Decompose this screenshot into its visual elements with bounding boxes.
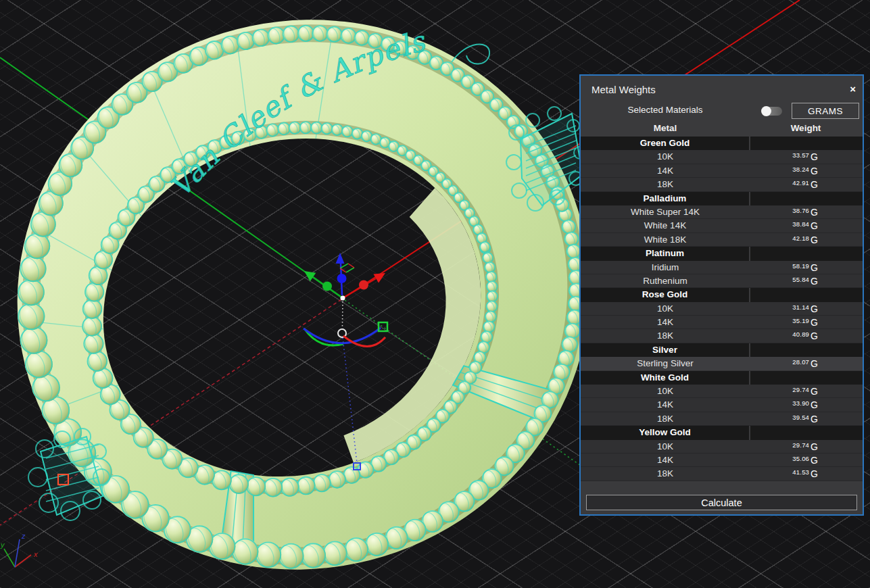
weight-unit: G [811,358,818,369]
metal-row[interactable]: 10K29.74G [581,440,863,454]
weight-unit: G [811,166,818,176]
metal-row[interactable]: Iridium58.19G [581,261,863,274]
weight-unit: G [811,414,818,424]
weight-value: 38.24 [792,166,809,173]
group-header-spacer [750,247,863,260]
weight-unit: G [811,262,818,273]
group-header-spacer [750,288,863,301]
weight-value: 38.76 [792,207,809,214]
application-window: Van Cleef & Arpelsxyz Metal Weights × Se… [0,0,870,588]
metal-row[interactable]: 14K33.90G [581,398,863,412]
metal-row-weight: 38.84G [750,219,863,232]
metal-row[interactable]: 14K38.24G [581,164,863,178]
weight-unit: G [811,220,818,231]
gizmo-x-handle[interactable] [359,280,368,290]
gizmo-origin[interactable] [341,296,345,301]
metal-row-label: Iridium [581,261,750,274]
metal-row-weight: 42.18G [750,233,863,246]
weight-unit: G [811,235,818,245]
ring-3d-model[interactable]: Van Cleef & Arpels [0,0,642,588]
metal-row[interactable]: 10K29.74G [581,385,863,398]
weight-unit: G [811,303,818,314]
group-name: Rose Gold [581,288,749,301]
metal-row-label: 14K [581,398,750,411]
panel-controls: Selected Materials GRAMS [581,101,863,120]
metal-row[interactable]: White 14K38.84G [581,219,863,232]
metal-group-header: Platinum [581,247,863,260]
weight-value: 42.18 [792,235,809,242]
weight-value: 55.84 [792,276,809,283]
metal-row-weight: 33.90G [750,398,863,411]
selected-materials-toggle[interactable] [762,107,782,116]
group-header-spacer [750,137,863,150]
gizmo-y-arrow[interactable] [304,271,316,281]
metal-row-label: 18K [581,178,750,191]
metal-row-label: 10K [581,385,750,397]
group-header-spacer [750,371,863,385]
metal-group-header: Silver [581,343,863,357]
axis-label-z: z [21,532,26,540]
group-header-spacer [750,343,863,357]
weight-value: 42.91 [792,179,809,187]
gizmo-z-arrow[interactable] [336,253,345,264]
metal-row-weight: 31.14G [750,302,863,315]
metal-row[interactable]: 10K33.57G [581,150,863,164]
weight-value: 35.19 [792,317,809,324]
group-name: Palladium [581,192,749,205]
metal-row[interactable]: 10K31.14G [581,302,863,316]
close-icon[interactable]: × [850,84,856,94]
axis-label-y: y [0,541,5,549]
axis-triad: xyz [0,532,38,567]
weight-value: 29.74 [792,441,809,449]
weight-column-header: Weight [749,120,863,137]
weight-value: 40.89 [792,330,809,338]
metal-row[interactable]: Sterling Silver28.07G [581,357,863,370]
gizmo-z-handle[interactable] [337,274,347,283]
weight-unit: G [811,455,818,466]
metal-row-weight: 55.84G [750,274,863,287]
weight-value: 29.74 [792,386,809,393]
weight-value: 41.53 [792,468,809,476]
metal-row-label: 14K [581,316,750,328]
metal-weights-table: Green Gold10K33.57G14K38.24G18K42.91GPal… [581,137,863,481]
gizmo-scale-handle[interactable] [379,322,387,331]
metal-row-weight: 35.06G [750,454,863,466]
gizmo-y-handle[interactable] [322,282,332,291]
metal-row[interactable]: 14K35.19G [581,316,863,329]
group-name: White Gold [581,371,749,385]
group-name: Platinum [581,247,749,260]
metal-row[interactable]: 18K41.53G [581,467,863,481]
weight-unit: G [811,330,818,341]
weight-unit: G [811,151,818,162]
metal-row-weight: 35.19G [750,316,863,328]
calculate-button[interactable]: Calculate [586,495,857,510]
weight-unit: G [811,276,818,287]
metal-row-label: Sterling Silver [581,357,750,370]
metal-row[interactable]: 18K39.54G [581,412,863,426]
metal-row[interactable]: 18K40.89G [581,329,863,343]
weight-value: 31.14 [792,303,809,311]
metal-row-label: 18K [581,467,750,480]
metal-row[interactable]: Ruthenium55.84G [581,274,863,288]
metal-row[interactable]: 14K35.06G [581,454,863,467]
group-header-spacer [750,192,863,205]
metal-row-label: 14K [581,454,750,466]
metal-group-header: Green Gold [581,137,863,150]
units-button[interactable]: GRAMS [792,103,859,119]
weight-value: 28.07 [792,358,809,366]
metal-row-label: 10K [581,440,750,453]
metal-row[interactable]: White 18K42.18G [581,233,863,247]
metal-group-header: Palladium [581,192,863,205]
metal-row-weight: 38.76G [750,205,863,218]
panel-title-bar: Metal Weights × [581,76,863,97]
metal-group-header: Yellow Gold [581,426,863,439]
metal-row[interactable]: 18K42.91G [581,178,863,191]
metal-group-header: Rose Gold [581,288,863,301]
weight-unit: G [811,441,818,452]
metal-row[interactable]: White Super 14K38.76G [581,205,863,219]
weight-value: 35.06 [792,455,809,462]
metal-row-weight: 41.53G [750,467,863,480]
metal-row-weight: 29.74G [750,385,863,397]
metal-row-label: 18K [581,412,750,425]
weight-unit: G [811,386,818,397]
